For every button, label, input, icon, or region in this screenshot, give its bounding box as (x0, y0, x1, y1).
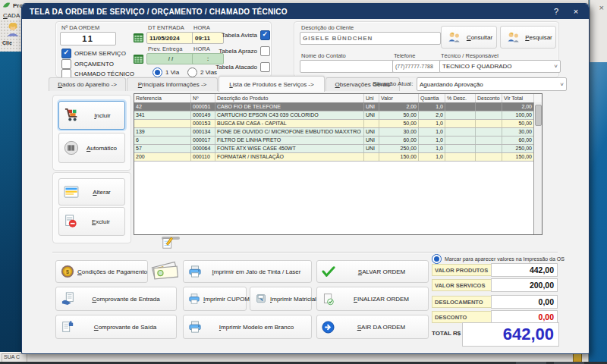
column-header[interactable]: Nº (191, 94, 215, 102)
column-header[interactable]: Descrição do Produto (215, 94, 364, 102)
situacao-label: Situação Atual: (373, 80, 413, 87)
cell-pdesc (445, 136, 476, 144)
table-row[interactable]: 42000051CABO FIO DE TELEFONEUNI2,001,02,… (134, 103, 542, 111)
background-window-corner: × (590, 0, 607, 62)
v-scrollbar-thumb[interactable] (535, 105, 542, 126)
chamado-tecnico-label: CHAMADO TÉCNICO (74, 71, 134, 77)
ordem-servico-checkbox[interactable] (61, 49, 71, 58)
cell-num: 000110 (191, 153, 215, 161)
money-notes-icon[interactable] (149, 258, 180, 282)
table-row[interactable]: 341000149CARTUCHO EPSON C43 039 COLORIDO… (134, 111, 542, 120)
printer-icon (188, 265, 202, 278)
via-2-radio[interactable] (187, 67, 197, 77)
document-check-icon (322, 293, 335, 306)
table-row[interactable]: 139000134FONE DE OUVIDO C/ MICROFONE EMB… (134, 128, 542, 136)
imprimir-jato-button[interactable]: Imprimir em Jato de Tinta / Laser (183, 260, 312, 283)
table-row[interactable]: 000153BUSCA EM CASA - CAPITAL50,001,050,… (134, 120, 542, 128)
column-header[interactable]: Quantia (419, 94, 445, 102)
column-header[interactable]: Referencia (134, 94, 191, 102)
app-logo-icon (2, 2, 11, 10)
coin-icon: $ (61, 265, 74, 278)
products-table: ReferenciaNºDescrição do ProdutoUniValor… (134, 93, 543, 235)
grid-header: ReferenciaNºDescrição do ProdutoUniValor… (134, 94, 542, 103)
via-1-radio[interactable] (153, 67, 162, 77)
orcamento-checkbox[interactable] (61, 59, 71, 69)
v-scrollbar[interactable] (533, 102, 542, 234)
cell-valor: 60,00 (379, 136, 419, 144)
orcamento-option[interactable]: ORÇAMENTO (61, 59, 114, 69)
cell-desconto (476, 103, 502, 111)
calendar-icon[interactable] (133, 32, 144, 43)
imprimir-cupom-label: Imprimir CUPOM (200, 296, 253, 303)
client-name-field[interactable]: GISELE BÜNDCHEN (300, 32, 441, 45)
tabela-aprazo-checkbox[interactable] (260, 46, 270, 56)
cell-uni: UNI (364, 103, 379, 111)
tecnico-select[interactable]: TECNICO F QUADRADO (439, 60, 561, 73)
via-1-option[interactable]: 1 Via (153, 67, 179, 77)
dt-entrada-field[interactable]: 11/05/2024 (146, 32, 195, 44)
barcode-icon (64, 140, 79, 155)
tabela-atacado-label: Tabela Atacado (213, 64, 257, 71)
alterar-button[interactable]: Alterar (58, 178, 125, 206)
cell-desconto (476, 136, 502, 144)
order-number-field[interactable]: 11 (60, 32, 116, 46)
cell-quantia: 1,0 (419, 153, 445, 161)
cell-quantia: 1,0 (419, 120, 445, 127)
column-header[interactable]: Desconto (476, 94, 502, 102)
cell-desc: FORMATAR / INSTALAÇÃO (215, 153, 364, 161)
ordem-servico-option[interactable]: ORDEM SERVIÇO (61, 49, 126, 58)
contato-field[interactable] (300, 60, 395, 73)
tabela-avista-checkbox[interactable] (260, 30, 270, 40)
tab-lista-de-produtos[interactable]: Lista de Produtos e Serviços -> (219, 76, 325, 92)
imprimir-cupom-button[interactable]: Imprimir CUPOM (183, 287, 247, 311)
cell-num: 000134 (191, 128, 215, 136)
condicoes-pagamento-button[interactable]: $ Condições de Pagamento (55, 260, 148, 283)
column-header[interactable]: Valor (379, 94, 419, 102)
cell-pdesc (445, 103, 476, 111)
cell-valor: 30,00 (379, 128, 419, 136)
tabela-avista-option[interactable]: Tabela Avista (213, 30, 270, 40)
total-label: TOTAL R$ (432, 330, 461, 337)
consultar-button[interactable]: Consultar (441, 26, 497, 49)
comprovante-entrada-button[interactable]: Comprovante de Entrada (55, 287, 177, 311)
clientes-icon[interactable] (5, 21, 21, 38)
incluir-button[interactable]: Incluir (58, 101, 125, 130)
cell-total: 50,00 (502, 120, 534, 127)
column-header[interactable]: Uni (364, 94, 379, 102)
tab-label: Principais Informações -> (138, 81, 207, 88)
cell-uni (364, 153, 379, 161)
imprimir-matricial-button[interactable]: Imprimir Matricial (250, 287, 312, 311)
column-header[interactable]: % Desc. (445, 94, 476, 102)
sair-ordem-label: SAIR DA ORDEM (335, 324, 428, 331)
sair-ordem-button[interactable]: SAIR DA ORDEM (316, 315, 429, 339)
automatico-button[interactable]: Automático (58, 133, 125, 163)
tabela-atacado-checkbox[interactable] (260, 62, 270, 72)
comprovante-saida-button[interactable]: Comprovante de Saída (55, 315, 177, 339)
table-row[interactable]: 200000110FORMATAR / INSTALAÇÃO150,001,01… (134, 153, 542, 162)
condicoes-pagamento-label: Condições de Pagamento (74, 268, 150, 275)
close-button[interactable]: × (565, 4, 587, 19)
salvar-ordem-button[interactable]: SALVAR ORDEM (316, 260, 429, 283)
tabela-atacado-option[interactable]: Tabela Atacado (213, 62, 270, 72)
pesquisar-button[interactable]: Pesquisar (500, 26, 556, 49)
calendar-icon[interactable] (133, 53, 144, 64)
tab-principais-informacoes[interactable]: Principais Informações -> (127, 77, 218, 91)
prev-entrega-label: Prev. Entrega (148, 46, 182, 52)
finalizar-ordem-button[interactable]: FINALIZAR ORDEM (316, 287, 429, 311)
cell-pdesc (445, 153, 476, 161)
menu-cadastros[interactable]: CADA (3, 12, 20, 19)
tabela-avista-label: Tabela Avista (213, 32, 257, 39)
excluir-button[interactable]: Excluir (58, 207, 125, 236)
tabela-aprazo-option[interactable]: Tabela Aprazo (213, 46, 270, 56)
prev-entrega-field[interactable]: / / (146, 53, 195, 64)
column-header[interactable]: Vlr Total (502, 94, 534, 102)
clientes-label: Clie (2, 40, 12, 46)
print-values-radio[interactable] (432, 254, 442, 264)
table-row[interactable]: 6000017FILTRO DE LINHA PRETOUNI60,001,06… (134, 136, 542, 145)
tab-dados-do-aparelho[interactable]: Dados do Aparelho -> (49, 77, 126, 91)
close-icon[interactable]: × (599, 3, 604, 12)
situacao-select[interactable]: Aguardando Aprovação (417, 77, 567, 91)
imprimir-modelo-button[interactable]: Imprimir Modelo em Branco (183, 315, 312, 339)
table-row[interactable]: 57000064FONTE ATX WISE CASE 450WTUNI250,… (134, 145, 542, 153)
telefone-field[interactable]: (77)77777-7788 (392, 60, 441, 73)
